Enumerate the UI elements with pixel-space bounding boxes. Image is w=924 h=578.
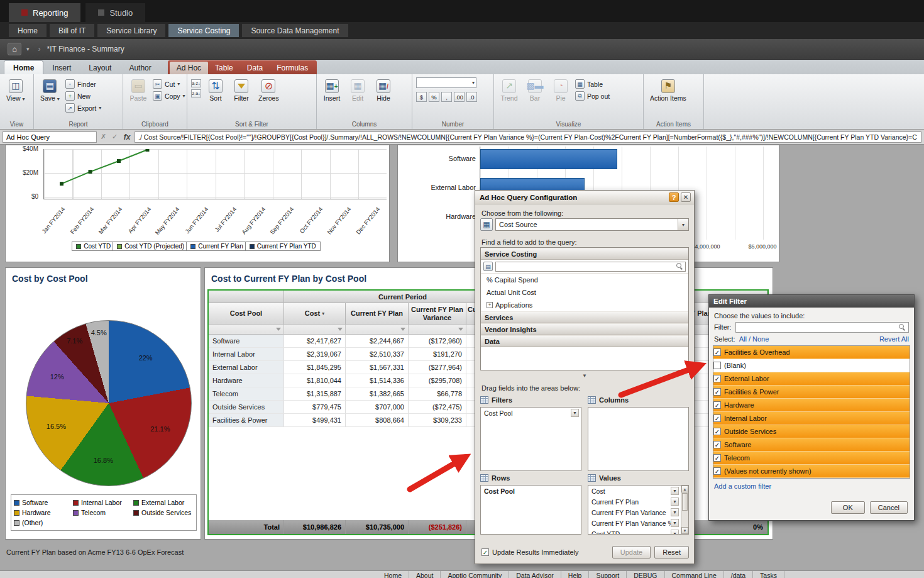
comma-format-button[interactable]: , bbox=[441, 92, 452, 102]
ribbon-tab-formulas[interactable]: Formulas bbox=[270, 62, 315, 74]
filter-cell[interactable] bbox=[209, 325, 284, 335]
accept-formula-icon[interactable]: ✓ bbox=[110, 133, 119, 141]
view-button[interactable]: ◫ View ▾ bbox=[4, 77, 28, 104]
filter-option[interactable]: ✓External Labor bbox=[713, 372, 910, 386]
column-header[interactable]: Cost Pool bbox=[209, 303, 284, 325]
ribbon-tab-home[interactable]: Home bbox=[4, 60, 43, 74]
chevron-down-icon[interactable]: ▾ bbox=[678, 219, 688, 230]
nav-tab-service-library[interactable]: Service Library bbox=[97, 24, 165, 37]
update-button[interactable]: Update bbox=[612, 546, 651, 559]
accordion-expand-icon[interactable]: ▼ bbox=[475, 373, 694, 379]
field-item[interactable]: Actual Unit Cost bbox=[481, 286, 688, 299]
dialog-title-bar[interactable]: Ad Hoc Query Configuration ? ✕ bbox=[475, 191, 694, 204]
value-checkbox[interactable]: ✓ bbox=[713, 414, 721, 422]
column-header[interactable]: Current FY Plan Variance bbox=[409, 303, 466, 325]
row-field-cost-pool[interactable]: Cost Pool bbox=[481, 486, 581, 496]
value-checkbox[interactable]: ✓ bbox=[713, 467, 721, 475]
footer-item[interactable]: Apptio Community bbox=[441, 571, 509, 578]
value-checkbox[interactable]: ✓ bbox=[713, 388, 721, 396]
percent-format-button[interactable]: % bbox=[429, 92, 439, 102]
column-header[interactable]: Cost ▾ bbox=[284, 303, 346, 325]
legend-item[interactable]: Cost YTD (Projected) bbox=[113, 242, 189, 251]
tab-reporting[interactable]: Reporting bbox=[9, 3, 80, 22]
number-format-select[interactable]: ▾ bbox=[416, 77, 476, 88]
cost-source-select[interactable]: Cost Source ▾ bbox=[495, 218, 689, 231]
footer-item[interactable]: Data Advisor bbox=[509, 571, 561, 578]
filter-option[interactable]: ✓Telecom bbox=[713, 452, 910, 465]
scroll-down-icon[interactable]: ▼ bbox=[681, 527, 688, 534]
close-icon[interactable]: ✕ bbox=[681, 192, 691, 202]
values-scrollbar[interactable]: ▲ ▼ bbox=[681, 486, 688, 534]
insert-column-button[interactable]: ▦+ Insert bbox=[321, 77, 343, 104]
values-field[interactable]: Current FY Plan Variance▾ bbox=[588, 507, 681, 518]
section-vendor-insights[interactable]: Vendor Insights bbox=[481, 323, 688, 335]
footer-item[interactable]: Tasks bbox=[753, 571, 784, 578]
help-icon[interactable]: ? bbox=[669, 192, 679, 202]
nav-tab-source-data-management[interactable]: Source Data Management bbox=[242, 24, 348, 37]
reset-button[interactable]: Reset bbox=[654, 546, 689, 559]
filter-funnel-icon[interactable] bbox=[458, 328, 463, 331]
chevron-down-icon[interactable]: ▾ bbox=[571, 409, 579, 417]
filter-option[interactable]: ✓Facilities & Power bbox=[713, 386, 910, 399]
sort-ascending-icon[interactable]: a-z↓ bbox=[191, 79, 201, 87]
formula-input[interactable]: ./ Cost Source/!FILTER[{Cost Pool}!=""]/… bbox=[135, 131, 921, 143]
scroll-up-icon[interactable]: ▲ bbox=[681, 486, 688, 492]
filter-option[interactable]: (Blank) bbox=[713, 359, 910, 372]
section-data[interactable]: Data bbox=[481, 335, 688, 347]
edit-column-button[interactable]: ▦ Edit bbox=[346, 77, 369, 104]
filter-option[interactable]: ✓Outside Services bbox=[713, 425, 910, 438]
nav-tab-service-costing[interactable]: Service Costing bbox=[168, 24, 239, 37]
values-field[interactable]: Cost▾ bbox=[588, 486, 681, 496]
edit-filter-title-bar[interactable]: Edit Filter bbox=[709, 295, 914, 308]
pop-out-button[interactable]: ⧉Pop out bbox=[575, 91, 610, 101]
ribbon-tab-layout[interactable]: Layout bbox=[80, 61, 120, 74]
increase-decimal-button[interactable]: .00 bbox=[454, 92, 465, 102]
ribbon-tab-data[interactable]: Data bbox=[240, 62, 270, 74]
table-visual-button[interactable]: ▦Table bbox=[575, 79, 610, 89]
values-field[interactable]: Cost YTD▾ bbox=[588, 528, 681, 535]
filter-funnel-icon[interactable] bbox=[276, 328, 281, 331]
section-services[interactable]: Services bbox=[481, 311, 688, 323]
bar-chart-button[interactable]: ▩▬ Bar bbox=[524, 77, 546, 104]
save-button[interactable]: ▤ Save ▾ bbox=[38, 77, 62, 104]
section-service-costing[interactable]: Service Costing bbox=[481, 248, 688, 260]
values-drop-zone[interactable]: Cost▾Current FY Plan▾Current FY Plan Var… bbox=[588, 485, 689, 535]
sort-button[interactable]: ⇅ Sort bbox=[204, 77, 227, 104]
filter-search-input[interactable] bbox=[735, 322, 910, 333]
values-field[interactable]: Current FY Plan Variance %▾ bbox=[588, 518, 681, 528]
action-items-button[interactable]: ⚑ Action Items bbox=[647, 77, 689, 104]
filter-field-cost-pool[interactable]: Cost Pool ▾ bbox=[481, 408, 581, 418]
new-button[interactable]: +New bbox=[65, 91, 101, 101]
sort-descending-icon[interactable]: z-a↓ bbox=[191, 89, 201, 97]
value-checkbox[interactable]: ✓ bbox=[713, 441, 721, 448]
ribbon-tab-author[interactable]: Author bbox=[120, 61, 160, 74]
legend-item[interactable]: Cost YTD bbox=[72, 242, 115, 251]
nav-tab-bill-of-it[interactable]: Bill of IT bbox=[50, 24, 94, 37]
ok-button[interactable]: OK bbox=[831, 501, 865, 514]
columns-drop-zone[interactable] bbox=[588, 407, 689, 471]
value-checkbox[interactable]: ✓ bbox=[713, 348, 721, 356]
tab-studio[interactable]: Studio bbox=[85, 3, 145, 22]
nav-tab-home[interactable]: Home bbox=[9, 24, 47, 37]
hide-column-button[interactable]: ▦/ Hide bbox=[372, 77, 395, 104]
rows-drop-zone[interactable]: Cost Pool bbox=[480, 485, 581, 535]
paste-button[interactable]: ▭ Paste bbox=[127, 77, 150, 104]
value-checkbox[interactable]: ✓ bbox=[713, 428, 721, 435]
query-name-box[interactable]: Ad Hoc Query bbox=[3, 131, 97, 143]
legend-item[interactable]: Current FY Plan bbox=[186, 242, 248, 251]
footer-item[interactable]: Home bbox=[377, 571, 409, 578]
footer-item[interactable]: Support bbox=[589, 571, 627, 578]
finder-button[interactable]: ◦Finder bbox=[65, 79, 101, 89]
filter-option[interactable]: ✓Facilities & Overhead bbox=[713, 346, 910, 359]
filter-option[interactable]: ✓Software bbox=[713, 438, 910, 452]
chevron-down-icon[interactable]: ▾ bbox=[24, 46, 32, 52]
footer-item[interactable]: /data bbox=[724, 571, 753, 578]
cancel-button[interactable]: Cancel bbox=[870, 501, 908, 514]
value-checkbox[interactable]: ✓ bbox=[713, 401, 721, 409]
filter-cell[interactable] bbox=[409, 325, 466, 335]
filter-option[interactable]: ✓Hardware bbox=[713, 399, 910, 412]
filter-cell[interactable] bbox=[346, 325, 409, 335]
filter-option[interactable]: ✓(Values not currently shown) bbox=[713, 465, 910, 478]
scrollbar-thumb[interactable] bbox=[682, 493, 688, 511]
field-search-input[interactable] bbox=[495, 262, 686, 272]
